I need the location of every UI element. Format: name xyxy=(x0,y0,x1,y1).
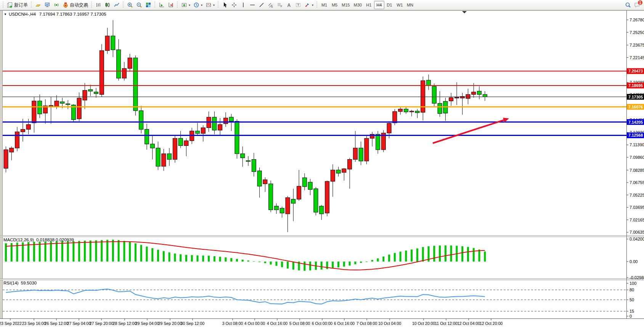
autotrade-icon xyxy=(63,2,69,8)
macd-indicator-label: MACD(12,26,9)0.018838 0.020939 xyxy=(3,238,74,242)
new-order-icon xyxy=(7,2,13,8)
toolbar-group-grip xyxy=(30,2,33,8)
quotes-button[interactable] xyxy=(34,0,43,10)
svg-text:0: 0 xyxy=(630,314,632,318)
svg-text:7.16076: 7.16076 xyxy=(628,105,643,109)
tiles-icon xyxy=(145,2,151,8)
svg-text:29 Sep 04:00: 29 Sep 04:00 xyxy=(135,321,159,326)
tf-h4[interactable]: H4 xyxy=(374,1,384,9)
svg-text:7.18695: 7.18695 xyxy=(628,83,643,88)
new-order-button-label: 新订单 xyxy=(14,2,28,8)
svg-text:T: T xyxy=(297,3,300,7)
svg-text:-0.029864: -0.029864 xyxy=(630,275,644,280)
chart-window: 7.267807.252507.236757.221457.190857.175… xyxy=(0,10,644,328)
crosshair-icon xyxy=(231,2,237,8)
svg-text:7.12568: 7.12568 xyxy=(628,133,643,137)
toolbar-group-grip xyxy=(154,2,156,8)
svg-text:23 Sep 2022: 23 Sep 2022 xyxy=(0,321,22,326)
svg-text:7.09860: 7.09860 xyxy=(630,155,644,160)
label-icon: T xyxy=(295,2,301,8)
market-watch-button[interactable] xyxy=(43,0,52,10)
toolbar-group-grip xyxy=(316,2,318,8)
trendline-icon xyxy=(259,2,265,8)
periods-button[interactable]: ▾ xyxy=(192,0,204,10)
chevron-down-icon: ▾ xyxy=(189,3,190,7)
svg-text:0.00: 0.00 xyxy=(630,259,638,264)
hline-icon xyxy=(249,2,255,8)
search-button[interactable] xyxy=(623,0,633,10)
rsi-values: 59.5030 xyxy=(21,281,37,285)
svg-text:28 Sep 12:00: 28 Sep 12:00 xyxy=(113,321,137,326)
new-order-button[interactable]: 新订单 xyxy=(5,0,29,10)
zoom-in-button[interactable] xyxy=(125,0,135,10)
chart-canvas[interactable]: 7.267807.252507.236757.221457.190857.175… xyxy=(0,10,644,328)
toolbar-group-grip xyxy=(90,2,93,8)
svg-text:12 Oct 04:00: 12 Oct 04:00 xyxy=(457,321,480,326)
notifications-button[interactable]: 1 xyxy=(633,0,642,10)
arrows-icon xyxy=(304,2,310,8)
zoom-out-icon xyxy=(136,2,142,8)
signals-button[interactable] xyxy=(52,0,61,10)
zoom-out-button[interactable] xyxy=(135,0,144,10)
arrows-button[interactable]: ▾ xyxy=(303,0,315,10)
search-icon xyxy=(625,2,631,8)
auto-scroll-button[interactable] xyxy=(157,0,166,10)
monitor-icon xyxy=(44,2,50,8)
rsi-indicator-label: RSI(14)59.5030 xyxy=(3,281,37,285)
svg-text:7.02165: 7.02165 xyxy=(630,218,644,222)
svg-text:0.042001: 0.042001 xyxy=(630,237,644,241)
clock-icon xyxy=(193,2,199,8)
toolbar-group-grip xyxy=(217,2,220,8)
tf-m1[interactable]: M1 xyxy=(319,1,329,9)
tf-h1[interactable]: H1 xyxy=(364,1,374,9)
fibonacci-button[interactable]: F xyxy=(275,0,284,10)
macd-name: MACD(12,26,9) xyxy=(3,238,34,242)
svg-text:F: F xyxy=(281,5,282,8)
candles-icon xyxy=(104,2,111,8)
new-chart-button[interactable]: ▾ xyxy=(180,0,192,10)
channel-button[interactable]: E xyxy=(266,0,275,10)
bar-chart-button[interactable] xyxy=(94,0,103,10)
svg-text:6 Oct 16:00: 6 Oct 16:00 xyxy=(334,321,355,326)
chart-shift-icon xyxy=(168,2,174,8)
autotrade-button[interactable]: 自动交易 xyxy=(61,0,90,10)
chevron-down-icon: ▾ xyxy=(312,3,313,7)
svg-text:7.03695: 7.03695 xyxy=(630,205,644,210)
candle-chart-button[interactable] xyxy=(103,0,112,10)
trendline-button[interactable] xyxy=(257,0,266,10)
cursor-button[interactable] xyxy=(220,0,230,10)
svg-text:10 Oct 04:00: 10 Oct 04:00 xyxy=(378,321,401,326)
svg-text:12 Oct 20:00: 12 Oct 20:00 xyxy=(480,321,503,326)
templates-button[interactable]: ▾ xyxy=(204,0,216,10)
toolbar-right: 1 xyxy=(623,0,644,10)
line-chart-button[interactable] xyxy=(112,0,121,10)
chart-shift-button[interactable] xyxy=(166,0,175,10)
chart-menu-icon[interactable]: ▼ xyxy=(4,13,7,16)
tf-d1[interactable]: D1 xyxy=(384,1,395,9)
autotrade-button-label: 自动交易 xyxy=(70,2,88,8)
toolbar-group-grip xyxy=(176,2,179,8)
svg-text:7.23675: 7.23675 xyxy=(630,43,644,47)
vertical-line-button[interactable] xyxy=(239,0,248,10)
svg-text:7.17305: 7.17305 xyxy=(628,95,643,99)
tf-m30[interactable]: M30 xyxy=(352,1,363,9)
tile-windows-button[interactable] xyxy=(144,0,153,10)
horizontal-line-button[interactable] xyxy=(248,0,257,10)
tf-m15[interactable]: M15 xyxy=(340,1,352,9)
cursor-icon xyxy=(222,2,228,8)
notification-badge: 1 xyxy=(638,0,643,5)
toolbar-group-grip xyxy=(2,2,5,8)
tf-mn[interactable]: MN xyxy=(405,1,415,9)
tf-w1[interactable]: W1 xyxy=(395,1,405,9)
svg-text:7.00635: 7.00635 xyxy=(630,230,644,234)
svg-text:11 Oct 12:00: 11 Oct 12:00 xyxy=(435,321,458,326)
text-label-button[interactable]: T xyxy=(294,0,303,10)
tf-m5[interactable]: M5 xyxy=(329,1,340,9)
svg-text:5 Oct 08:00: 5 Oct 08:00 xyxy=(289,321,310,326)
text-button[interactable]: A xyxy=(284,0,294,10)
crosshair-button[interactable] xyxy=(230,0,239,10)
svg-text:7.05225: 7.05225 xyxy=(630,193,644,197)
svg-text:7.25250: 7.25250 xyxy=(630,30,644,35)
rsi-name: RSI(14) xyxy=(3,281,19,285)
svg-text:6 Oct 00:00: 6 Oct 00:00 xyxy=(312,321,332,326)
